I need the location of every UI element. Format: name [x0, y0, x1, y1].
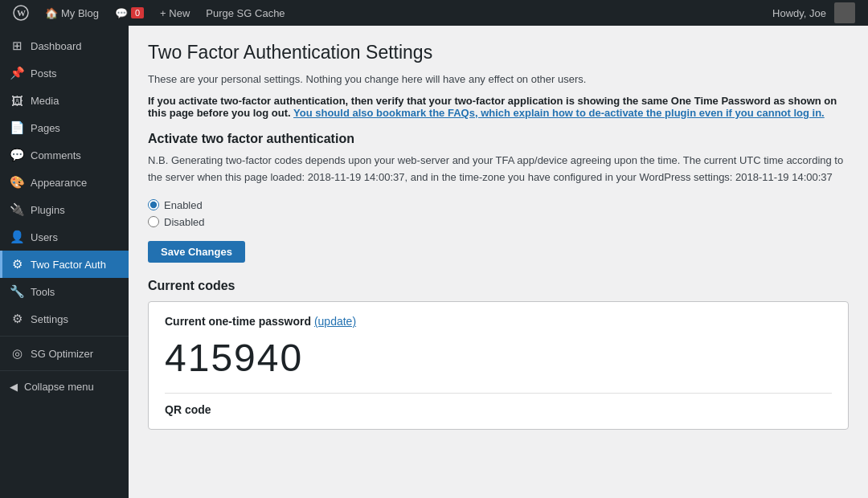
current-codes-title: Current codes: [148, 279, 849, 293]
plugins-icon: 🔌: [10, 202, 24, 217]
comments-icon: 💬: [10, 148, 24, 162]
sidebar-item-users[interactable]: 👤 Users: [0, 223, 129, 251]
sidebar-item-appearance[interactable]: 🎨 Appearance: [0, 169, 129, 196]
collapse-arrow-icon: ◀: [10, 381, 18, 393]
otp-code: 415940: [165, 336, 832, 380]
codes-box: Current one-time password (update) 41594…: [148, 301, 849, 430]
sidebar-item-settings[interactable]: ⚙ Settings: [0, 305, 129, 333]
activate-title: Activate two factor authentication: [148, 132, 849, 146]
sg-optimizer-icon: ◎: [10, 346, 24, 361]
sidebar-item-two-factor-auth[interactable]: ⚙ Two Factor Auth: [0, 251, 129, 278]
radio-enabled-label[interactable]: Enabled: [148, 199, 849, 211]
sidebar-item-posts[interactable]: 📌 Posts: [0, 59, 129, 87]
svg-text:W: W: [17, 8, 26, 18]
dashboard-icon: ⊞: [10, 39, 24, 53]
page-title: Two Factor Authentication Settings: [148, 42, 849, 63]
users-icon: 👤: [10, 230, 24, 244]
tfa-radio-group: Enabled Disabled: [148, 199, 849, 228]
radio-disabled-label[interactable]: Disabled: [148, 216, 849, 228]
purge-label: Purge SG Cache: [206, 7, 285, 19]
sidebar-label-comments: Comments: [31, 149, 81, 161]
comments-count: 0: [131, 7, 144, 18]
comments-button[interactable]: 💬 0: [108, 0, 150, 26]
sidebar-item-dashboard[interactable]: ⊞ Dashboard: [0, 32, 129, 59]
radio-enabled-input[interactable]: [148, 199, 159, 210]
otp-header: Current one-time password (update): [165, 315, 832, 328]
pages-icon: 📄: [10, 120, 24, 135]
sidebar-item-sg-optimizer[interactable]: ◎ SG Optimizer: [0, 340, 129, 367]
sidebar: ⊞ Dashboard 📌 Posts 🖼 Media 📄 Pages 💬 Co…: [0, 26, 129, 498]
new-button[interactable]: + New: [154, 0, 196, 26]
appearance-icon: 🎨: [10, 175, 24, 190]
my-blog-button[interactable]: 🏠 My Blog: [39, 0, 105, 26]
radio-disabled-input[interactable]: [148, 216, 159, 227]
sidebar-label-posts: Posts: [31, 67, 57, 80]
sidebar-label-tools: Tools: [31, 286, 55, 298]
wp-logo-button[interactable]: W: [6, 0, 35, 26]
sidebar-label-plugins: Plugins: [31, 204, 65, 216]
sidebar-item-plugins[interactable]: 🔌 Plugins: [0, 196, 129, 223]
faq-link[interactable]: You should also bookmark the FAQs, which…: [293, 107, 825, 119]
admin-bar: W 🏠 My Blog 💬 0 + New Purge SG Cache How…: [0, 0, 868, 26]
posts-icon: 📌: [10, 66, 24, 80]
two-factor-icon: ⚙: [10, 257, 24, 271]
sidebar-item-media[interactable]: 🖼 Media: [0, 87, 129, 114]
save-changes-button[interactable]: Save Changes: [148, 241, 245, 263]
sidebar-divider: [0, 336, 129, 337]
sidebar-label-media: Media: [31, 95, 59, 107]
sidebar-label-settings: Settings: [31, 313, 68, 325]
sidebar-label-appearance: Appearance: [31, 177, 87, 189]
tools-icon: 🔧: [10, 284, 24, 299]
sidebar-label-two-factor: Two Factor Auth: [31, 259, 106, 271]
sidebar-label-dashboard: Dashboard: [31, 40, 82, 52]
main-content: Two Factor Authentication Settings These…: [129, 26, 868, 498]
settings-icon: ⚙: [10, 312, 24, 326]
media-icon: 🖼: [10, 93, 24, 108]
sidebar-item-tools[interactable]: 🔧 Tools: [0, 278, 129, 305]
howdy-user[interactable]: Howdy, Joe: [766, 0, 862, 26]
otp-header-text: Current one-time password: [165, 315, 311, 328]
new-label: + New: [160, 7, 190, 19]
update-link[interactable]: (update): [314, 315, 356, 328]
radio-enabled-text: Enabled: [164, 199, 203, 211]
description-text: N.B. Generating two-factor codes depends…: [148, 153, 849, 186]
sidebar-label-sg-optimizer: SG Optimizer: [31, 348, 93, 360]
warning-text: If you activate two-factor authenticatio…: [148, 95, 849, 119]
sidebar-label-users: Users: [31, 231, 58, 243]
intro-text: These are your personal settings. Nothin…: [148, 73, 849, 85]
user-avatar: [834, 2, 855, 23]
sidebar-item-pages[interactable]: 📄 Pages: [0, 114, 129, 141]
qr-title: QR code: [165, 393, 832, 416]
sidebar-label-pages: Pages: [31, 122, 60, 134]
my-blog-label: My Blog: [61, 7, 99, 19]
purge-cache-button[interactable]: Purge SG Cache: [199, 0, 291, 26]
radio-disabled-text: Disabled: [164, 216, 205, 228]
howdy-text: Howdy, Joe: [772, 7, 826, 19]
collapse-menu-button[interactable]: ◀ Collapse menu: [0, 374, 129, 399]
sidebar-item-comments[interactable]: 💬 Comments: [0, 141, 129, 169]
sidebar-divider-2: [0, 370, 129, 371]
collapse-label: Collapse menu: [24, 381, 94, 393]
